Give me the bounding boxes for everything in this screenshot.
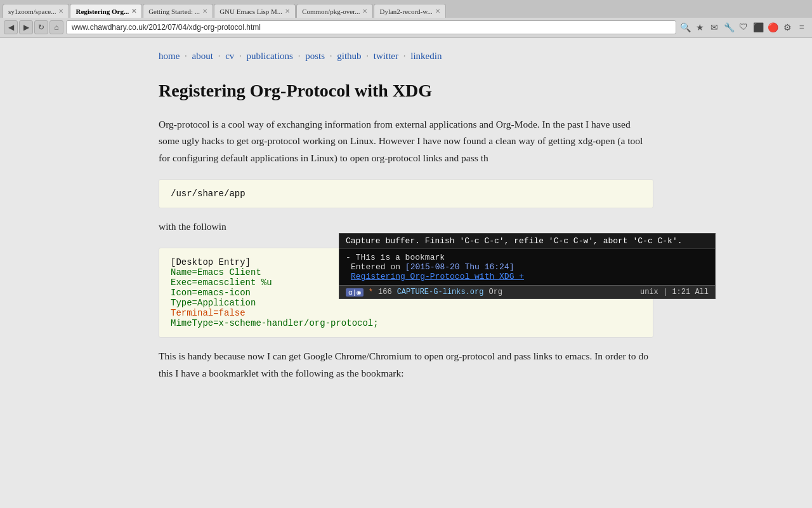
code-type: Type=Application	[171, 298, 641, 308]
emacs-sep-mod: |	[663, 288, 672, 297]
back-button[interactable]: ◀	[4, 20, 18, 34]
browser-chrome: sy1zoom/space... ✕ Registering Org... ✕ …	[0, 0, 812, 37]
tab-close-2[interactable]: ✕	[202, 8, 207, 15]
emacs-line2: Entered on [2015-08-20 Thu 16:24]	[346, 262, 709, 272]
sep-7: ·	[403, 51, 409, 61]
emacs-timestamp[interactable]: [2015-08-20 Thu 16:24]	[405, 262, 514, 272]
emacs-filename: CAPTURE-G-links.org	[397, 288, 484, 297]
zoom-icon[interactable]: 🔍	[679, 21, 691, 34]
emacs-line3: Registering Org-Protocol with XDG +	[346, 272, 709, 281]
emacs-line1: - THis is a bookmark	[346, 253, 709, 262]
home-button[interactable]: ⌂	[49, 20, 63, 34]
ext4-icon[interactable]: 🔴	[766, 21, 779, 34]
code-terminal: Terminal=false	[171, 308, 641, 318]
tab-5[interactable]: Dylan2-record-w... ✕	[374, 4, 445, 18]
emacs-scroll: All	[695, 288, 709, 297]
toolbar-icons: 🔍 ★ ✉ 🔧 🛡 ⬛ 🔴 ⚙ ≡	[679, 21, 808, 34]
page-wrapper: home · about · cv · publications · posts…	[0, 38, 812, 508]
nav-buttons: ◀ ▶ ↻ ⌂	[4, 20, 63, 34]
tab-bar: sy1zoom/space... ✕ Registering Org... ✕ …	[0, 0, 812, 18]
address-bar-row: ◀ ▶ ↻ ⌂ 🔍 ★ ✉ 🔧 🛡 ⬛ 🔴 ⚙ ≡	[0, 18, 812, 37]
menu-icon[interactable]: ≡	[796, 21, 808, 34]
sep-2: ·	[218, 51, 223, 61]
code-block-1: /usr/share/app	[159, 179, 653, 208]
article-body-1: Org-protocol is a cool way of exchanging…	[159, 116, 653, 166]
code-line-1: /usr/share/app	[171, 189, 641, 199]
article-title: Registering Org-Protocol with XDG	[159, 81, 653, 101]
tab-2[interactable]: Getting Started: ... ✕	[143, 4, 213, 18]
tab-close-5[interactable]: ✕	[435, 8, 440, 15]
tab-close-1[interactable]: ✕	[131, 8, 136, 15]
nav-twitter[interactable]: twitter	[374, 51, 398, 61]
nav-about[interactable]: about	[192, 51, 213, 61]
tab-0[interactable]: sy1zoom/space... ✕	[3, 4, 69, 18]
nav-linkedin[interactable]: linkedin	[410, 51, 442, 61]
tab-4[interactable]: Common/pkg-over... ✕	[296, 4, 373, 18]
emacs-body: - THis is a bookmark Entered on [2015-08…	[339, 249, 715, 285]
emacs-link[interactable]: Registering Org-Protocol with XDG +	[351, 272, 524, 281]
emacs-system: unix	[640, 288, 658, 297]
nav-publications[interactable]: publications	[247, 51, 293, 61]
ext2-icon[interactable]: 🛡	[737, 21, 750, 34]
sep-3: ·	[239, 51, 244, 61]
tab-close-4[interactable]: ✕	[362, 8, 367, 15]
emacs-minibuf-text: Capture buffer. Finish 'C-c C-c', refile…	[346, 236, 683, 246]
sep-5: ·	[330, 51, 335, 61]
emacs-entered-label: Entered on	[351, 262, 405, 272]
emacs-overlay: Capture buffer. Finish 'C-c C-c', refile…	[339, 233, 716, 299]
emacs-modeline: α|◉ * 166 CAPTURE-G-links.org Org unix |…	[339, 285, 715, 298]
emacs-bullet: -	[346, 253, 356, 262]
ext1-icon[interactable]: 🔧	[723, 21, 735, 34]
tab-close-3[interactable]: ✕	[285, 8, 290, 15]
emacs-modified: *	[369, 288, 373, 297]
emacs-pos: 1:21	[672, 288, 690, 297]
nav-posts[interactable]: posts	[305, 51, 325, 61]
reload-button[interactable]: ↻	[34, 20, 48, 34]
emacs-position: unix | 1:21 All	[640, 288, 709, 297]
code-mimetype: MimeType=x-scheme-handler/org-protocol;	[171, 318, 641, 328]
nav-cv[interactable]: cv	[225, 51, 234, 61]
emacs-linenum: 166	[378, 288, 392, 297]
nav-github[interactable]: github	[337, 51, 361, 61]
article-body-3: This is handy because now I can get Goog…	[159, 348, 653, 382]
mail-icon[interactable]: ✉	[708, 21, 721, 34]
tab-close-0[interactable]: ✕	[58, 8, 63, 15]
tab-1[interactable]: Registering Org... ✕	[70, 4, 142, 18]
site-nav: home · about · cv · publications · posts…	[159, 51, 653, 62]
sep-1: ·	[185, 51, 190, 61]
ext3-icon[interactable]: ⬛	[752, 21, 764, 34]
emacs-mode: Org	[488, 288, 502, 297]
ext5-icon[interactable]: ⚙	[781, 21, 794, 34]
emacs-minibuf: Capture buffer. Finish 'C-c C-c', refile…	[339, 234, 715, 249]
forward-button[interactable]: ▶	[19, 20, 33, 34]
tab-3[interactable]: GNU Emacs Lisp M... ✕	[214, 4, 296, 18]
page-content: home · about · cv · publications · posts…	[121, 51, 691, 382]
emacs-line1-text: THis is a bookmark	[356, 253, 445, 262]
address-input[interactable]	[66, 20, 676, 34]
emacs-mode-badge: α|◉	[346, 288, 363, 297]
sep-6: ·	[366, 51, 371, 61]
sep-4: ·	[298, 51, 303, 61]
star-icon[interactable]: ★	[693, 21, 706, 34]
nav-home[interactable]: home	[159, 51, 180, 61]
